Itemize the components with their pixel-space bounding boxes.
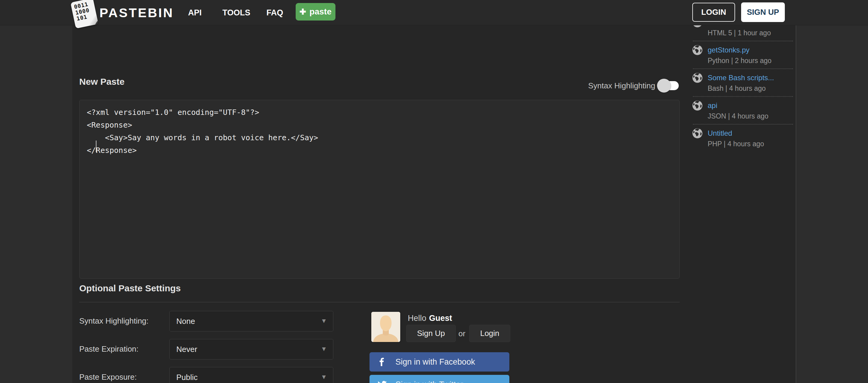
paste-title-link[interactable]: api: [708, 101, 717, 110]
selected-value: Public: [176, 373, 198, 382]
globe-icon: [692, 72, 703, 83]
section-divider: [79, 302, 680, 302]
avatar-person-image: [371, 312, 400, 342]
or-text: or: [458, 327, 465, 340]
paste-title-link[interactable]: Untitled: [708, 129, 732, 138]
top-navbar: PASTEBIN API TOOLS FAQ paste LOGIN SIGN …: [0, 0, 868, 25]
paste-title-link[interactable]: Some Bash scripts...: [708, 73, 774, 82]
field-label-syntax-highlighting: Syntax Highlighting:: [79, 316, 149, 326]
new-paste-button[interactable]: paste: [296, 3, 336, 21]
login-inline-button[interactable]: Login: [469, 325, 510, 342]
sidebar-paste-item: Some Bash scripts... Bash | 4 hours ago: [692, 72, 796, 93]
syntax-toggle-row: Syntax Highlighting: [572, 79, 679, 92]
text-cursor-caret: [96, 141, 96, 152]
paste-meta: PHP | 4 hours ago: [708, 139, 796, 149]
caret-down-icon: [321, 317, 327, 324]
toggle-knob-icon: [657, 79, 671, 93]
brand-title[interactable]: PASTEBIN: [99, 5, 174, 20]
dotted-separator: [693, 41, 793, 41]
sidebar-paste-item: api JSON | 4 hours ago: [692, 100, 796, 121]
syntax-highlighting-toggle[interactable]: [660, 81, 679, 90]
paste-meta: HTML 5 | 1 hour ago: [708, 28, 796, 38]
selected-value: None: [176, 317, 195, 326]
facebook-icon: [377, 357, 387, 367]
login-button[interactable]: LOGIN: [692, 3, 735, 22]
signup-button[interactable]: SIGN UP: [741, 2, 785, 22]
greeting-prefix: Hello: [408, 314, 427, 323]
field-label-paste-expiration: Paste Expiration:: [79, 344, 138, 354]
globe-icon: [692, 45, 703, 56]
twitter-bird-icon: [377, 380, 387, 383]
syntax-toggle-label: Syntax Highlighting: [588, 81, 655, 90]
recent-pastes-sidebar: HTML 5 | 1 hour ago getStonks.py Python …: [692, 17, 796, 149]
paste-code-content: <?xml version="1.0" encoding="UTF-8"?> <…: [80, 100, 679, 163]
syntax-highlighting-select[interactable]: None: [169, 311, 333, 331]
sidebar-paste-item: getStonks.py Python | 2 hours ago: [692, 45, 796, 66]
paste-title-link[interactable]: getStonks.py: [708, 46, 749, 54]
paste-meta: Bash | 4 hours ago: [708, 83, 796, 93]
globe-icon: [692, 100, 703, 111]
sidebar-paste-item: Untitled PHP | 4 hours ago: [692, 128, 796, 149]
nav-item-faq[interactable]: FAQ: [267, 8, 283, 18]
paste-exposure-select[interactable]: Public: [169, 367, 333, 383]
page-title: New Paste: [79, 77, 124, 87]
plus-icon: [300, 8, 306, 16]
field-label-paste-exposure: Paste Exposure:: [79, 372, 137, 382]
twitter-signin-button[interactable]: Sign in with Twitter: [370, 375, 509, 383]
signup-inline-button[interactable]: Sign Up: [406, 325, 456, 342]
dotted-separator: [693, 68, 793, 69]
caret-down-icon: [321, 373, 327, 381]
paste-meta: JSON | 4 hours ago: [708, 111, 796, 121]
nav-item-tools[interactable]: TOOLS: [222, 8, 250, 18]
nav-item-api[interactable]: API: [188, 8, 202, 18]
paste-textarea[interactable]: <?xml version="1.0" encoding="UTF-8"?> <…: [79, 100, 680, 279]
greeting-name: Guest: [429, 314, 453, 323]
dotted-separator: [693, 96, 793, 97]
guest-greeting: HelloGuest: [408, 314, 452, 323]
caret-down-icon: [321, 345, 327, 353]
paste-meta: Python | 2 hours ago: [708, 56, 796, 66]
optional-settings-title: Optional Paste Settings: [79, 283, 181, 293]
selected-value: Never: [176, 345, 197, 354]
dotted-separator: [693, 124, 793, 124]
guest-avatar: [370, 311, 401, 343]
facebook-signin-button[interactable]: Sign in with Facebook: [370, 352, 509, 372]
paste-expiration-select[interactable]: Never: [169, 339, 333, 359]
globe-icon: [692, 128, 703, 139]
